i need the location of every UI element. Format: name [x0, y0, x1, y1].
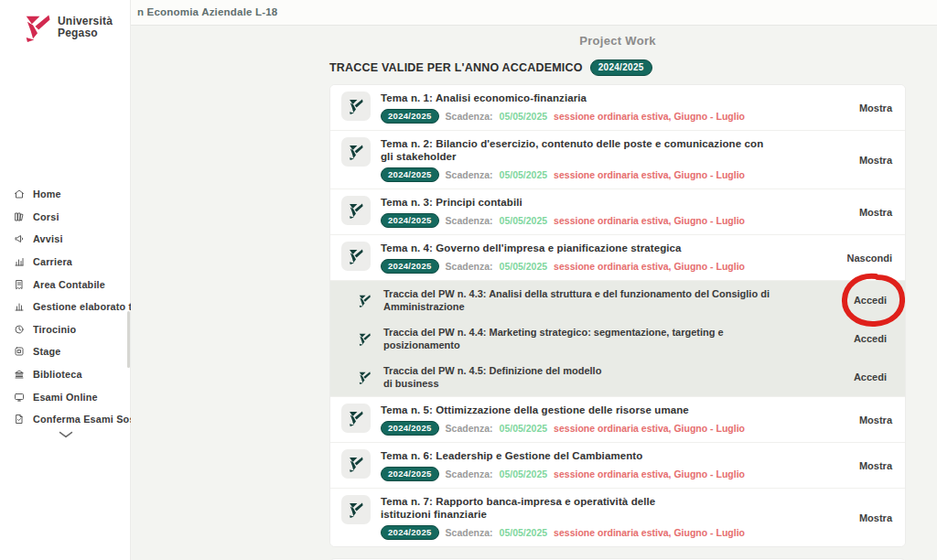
- theme-meta: 2024/2025 Scadenza: 05/05/2025 sessione …: [381, 259, 835, 274]
- sidebar-item-label: Biblioteca: [33, 369, 82, 380]
- deadline-label: Scadenza:: [446, 261, 493, 272]
- pegaso-trace-icon: [358, 332, 372, 346]
- sidebar-nav: Home Corsi Avvisi Carriera Area Contabil…: [0, 183, 131, 431]
- top-bar: n Economia Aziendale L-18: [0, 0, 937, 26]
- session-text: sessione ordinaria estiva, Giugno - Lugl…: [554, 527, 745, 538]
- year-badge: 2024/2025: [381, 213, 439, 228]
- theme-title: Tema n. 6: Leadership e Gestione del Cam…: [381, 449, 848, 462]
- sidebar-item-home[interactable]: Home: [0, 183, 131, 206]
- theme-meta: 2024/2025 Scadenza: 05/05/2025 sessione …: [381, 467, 848, 481]
- sidebar-expand-chevron[interactable]: [0, 426, 131, 443]
- theme-title: Tema n. 4: Governo dell'impresa e pianif…: [381, 242, 835, 254]
- nascondi-button[interactable]: Nascondi: [846, 253, 892, 264]
- pegaso-trace-icon: [358, 371, 372, 384]
- deadline-date: 05/05/2025: [500, 527, 548, 538]
- sidebar-item-label: Home: [33, 188, 61, 199]
- theme-row-3: Tema n. 3: Principi contabili 2024/2025 …: [330, 188, 905, 234]
- pegaso-theme-icon: [341, 92, 371, 121]
- university-logo[interactable]: Università Pegaso: [24, 13, 113, 42]
- courses-icon: [14, 211, 25, 222]
- receipt-icon: [14, 279, 25, 290]
- career-chart-icon: [14, 256, 25, 267]
- deadline-label: Scadenza:: [446, 468, 493, 479]
- deadline-label: Scadenza:: [446, 215, 493, 226]
- course-name: n Economia Aziendale L-18: [137, 6, 277, 17]
- sidebar-item-carriera[interactable]: Carriera: [0, 251, 131, 274]
- theme-title: Tema n. 3: Principi contabili: [381, 196, 848, 209]
- theme-meta: 2024/2025 Scadenza: 05/05/2025 sessione …: [381, 213, 848, 228]
- trace-title: Traccia del PW n. 4.4: Marketing strateg…: [383, 326, 845, 351]
- trace-row-44: Traccia del PW n. 4.4: Marketing strateg…: [330, 319, 905, 358]
- theme-row-5: Tema n. 5: Ottimizzazione della gestione…: [330, 396, 905, 442]
- trace-row-45: Traccia del PW n. 4.5: Definizione del m…: [330, 358, 905, 396]
- mostra-button[interactable]: Mostra: [859, 415, 892, 425]
- sidebar-item-label: Esami Online: [33, 392, 98, 403]
- mostra-button[interactable]: Mostra: [859, 102, 892, 113]
- pegaso-theme-icon: [341, 495, 371, 524]
- mostra-button[interactable]: Mostra: [859, 460, 892, 471]
- pegaso-theme-icon: [341, 404, 371, 433]
- trace-row-43: Traccia del PW n. 4.3: Analisi della str…: [330, 281, 905, 319]
- theme-title: Tema n. 2: Bilancio d'esercizio, contenu…: [381, 137, 848, 163]
- deadline-date: 05/05/2025: [500, 169, 548, 180]
- pegaso-theme-icon: [341, 137, 371, 167]
- deadline-label: Scadenza:: [446, 111, 493, 122]
- sidebar-item-stage[interactable]: Stage: [0, 340, 131, 363]
- theme-row-4: Tema n. 4: Governo dell'impresa e pianif…: [330, 234, 905, 280]
- pegaso-logo-icon: [24, 13, 51, 42]
- pegaso-theme-icon: [341, 449, 371, 479]
- session-text: sessione ordinaria estiva, Giugno - Lugl…: [554, 423, 745, 434]
- sidebar-item-avvisi[interactable]: Avvisi: [0, 228, 131, 251]
- theme-meta: 2024/2025 Scadenza: 05/05/2025 sessione …: [381, 109, 848, 124]
- sidebar-item-biblioteca[interactable]: Biblioteca: [0, 363, 131, 386]
- deadline-label: Scadenza:: [446, 527, 493, 538]
- sidebar-item-area-contabile[interactable]: Area Contabile: [0, 273, 131, 296]
- year-badge: 2024/2025: [381, 259, 439, 274]
- accedi-button[interactable]: Accedi: [854, 372, 887, 382]
- sidebar-item-label: Tirocinio: [33, 324, 76, 335]
- year-badge: 2024/2025: [590, 59, 652, 76]
- theme-meta: 2024/2025 Scadenza: 05/05/2025 sessione …: [381, 167, 848, 182]
- sidebar-item-esami-online[interactable]: Esami Online: [0, 385, 131, 408]
- sidebar-item-label: Area Contabile: [33, 279, 105, 290]
- theme-title: Tema n. 7: Rapporto banca-impresa e oper…: [381, 495, 848, 521]
- page-title: Project Work: [329, 34, 906, 48]
- home-icon: [14, 188, 25, 199]
- sidebar-item-corsi[interactable]: Corsi: [0, 206, 131, 229]
- online-exams-icon: [14, 392, 25, 403]
- accedi-button[interactable]: Accedi: [854, 333, 887, 344]
- theme-row-6: Tema n. 6: Leadership e Gestione del Cam…: [330, 442, 905, 488]
- session-text: sessione ordinaria estiva, Giugno - Lugl…: [554, 215, 745, 226]
- sidebar-item-gestione-elaborato[interactable]: Gestione elaborato t..: [0, 296, 131, 318]
- sidebar-item-tirocinio[interactable]: Tirocinio: [0, 318, 131, 341]
- sidebar-item-label: Carriera: [33, 256, 72, 267]
- section-heading-row: TRACCE VALIDE PER L'ANNO ACCADEMICO 2024…: [329, 59, 906, 76]
- accedi-button[interactable]: Accedi: [854, 295, 887, 306]
- sidebar-item-label: Conferma Esami Sos...: [33, 414, 131, 425]
- trace-title: Traccia del PW n. 4.3: Analisi della str…: [383, 287, 845, 313]
- sidebar-scrollbar-thumb[interactable]: [127, 311, 130, 368]
- mostra-button[interactable]: Mostra: [859, 512, 892, 523]
- theme-title: Tema n. 1: Analisi economico-finanziaria: [381, 92, 848, 104]
- stage-icon: [14, 346, 25, 357]
- deadline-label: Scadenza:: [446, 169, 493, 180]
- session-text: sessione ordinaria estiva, Giugno - Lugl…: [554, 468, 745, 479]
- pegaso-theme-icon: [341, 196, 371, 225]
- year-badge: 2024/2025: [381, 525, 439, 540]
- theme-row-1: Tema n. 1: Analisi economico-finanziaria…: [330, 85, 905, 130]
- theme-meta: 2024/2025 Scadenza: 05/05/2025 sessione …: [381, 525, 848, 540]
- theme-meta: 2024/2025 Scadenza: 05/05/2025 sessione …: [381, 421, 848, 436]
- thesis-chart-icon: [14, 301, 25, 312]
- announcements-icon: [14, 233, 25, 244]
- deadline-date: 05/05/2025: [500, 111, 548, 122]
- deadline-date: 05/05/2025: [500, 468, 548, 479]
- pegaso-theme-icon: [341, 242, 371, 271]
- sidebar-item-label: Stage: [33, 346, 60, 357]
- mostra-button[interactable]: Mostra: [859, 155, 892, 166]
- mostra-button[interactable]: Mostra: [859, 207, 892, 218]
- trace-sub-list: Traccia del PW n. 4.3: Analisi della str…: [330, 280, 905, 396]
- themes-card: Tema n. 1: Analisi economico-finanziaria…: [329, 84, 906, 547]
- logo-text: Università Pegaso: [58, 16, 113, 39]
- theme-row-7: Tema n. 7: Rapporto banca-impresa e oper…: [330, 488, 905, 546]
- sidebar-item-label: Gestione elaborato t..: [33, 301, 131, 312]
